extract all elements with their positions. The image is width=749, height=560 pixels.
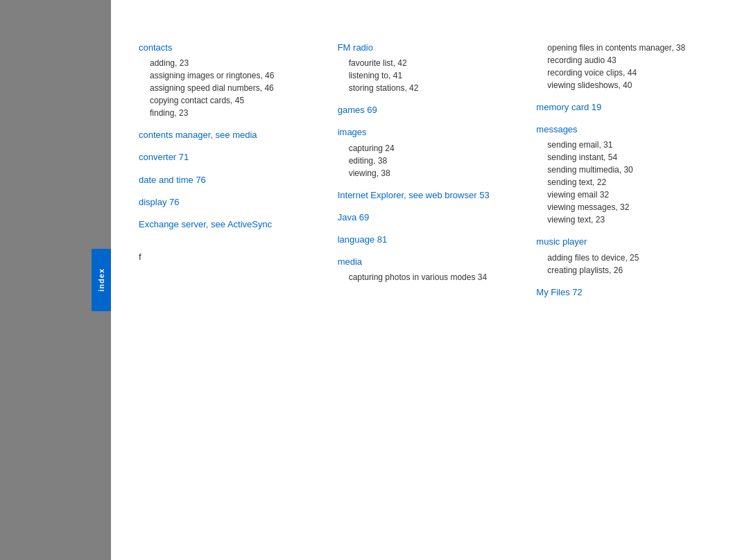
sub-media: capturing photos in various modes 34	[338, 271, 523, 283]
sub-item: capturing photos in various modes 34	[349, 271, 523, 283]
heading-language: language 81	[338, 234, 523, 246]
heading-fm-radio: FM radio	[338, 42, 523, 54]
heading-converter: converter 71	[139, 151, 324, 164]
sub-contacts: adding, 23 assigning images or ringtones…	[139, 57, 324, 119]
sub-item: viewing text, 23	[547, 213, 721, 226]
heading-messages: messages	[536, 123, 721, 136]
sub-item: adding, 23	[150, 57, 324, 69]
sub-item: viewing email 32	[547, 189, 721, 201]
heading-internet-explorer: Internet Explorer, see web browser 53	[338, 189, 523, 202]
sub-item: sending email, 31	[547, 139, 721, 151]
sub-item: finding, 23	[150, 107, 324, 119]
main-content: contacts adding, 23 assigning images or …	[111, 0, 749, 560]
sub-item: editing, 38	[349, 155, 523, 167]
sub-item: opening files in contents manager, 38	[547, 42, 721, 54]
column-1: contacts adding, 23 assigning images or …	[139, 42, 338, 532]
sub-item: recording voice clips, 44	[547, 67, 721, 79]
heading-java: Java 69	[338, 211, 523, 224]
sub-images: capturing 24 editing, 38 viewing, 38	[338, 142, 523, 180]
column-3: opening files in contents manager, 38 re…	[536, 42, 721, 532]
heading-images: images	[338, 126, 523, 139]
heading-contacts: contacts	[139, 42, 324, 54]
heading-music-player: music player	[536, 236, 721, 248]
sub-item: viewing, 38	[349, 167, 523, 180]
sidebar: index	[0, 0, 111, 560]
sub-item: adding files to device, 25	[547, 252, 721, 264]
sub-music-player: adding files to device, 25 creating play…	[536, 252, 721, 277]
heading-contents-manager: contents manager, see media	[139, 129, 324, 141]
sub-item: listening to, 41	[349, 69, 523, 82]
sub-item: creating playlists, 26	[547, 264, 721, 277]
index-tab[interactable]: index	[92, 249, 111, 311]
sidebar-tab-label: index	[97, 268, 105, 292]
sub-media-continued: opening files in contents manager, 38 re…	[536, 42, 721, 91]
heading-my-files: My Files 72	[536, 286, 721, 299]
sub-item: sending multimedia, 30	[547, 164, 721, 176]
heading-memory-card: memory card 19	[536, 101, 721, 114]
sub-messages: sending email, 31 sending instant, 54 se…	[536, 139, 721, 226]
sub-item: copying contact cards, 45	[150, 94, 324, 107]
sub-item: storing stations, 42	[349, 82, 523, 94]
sub-item: viewing slideshows, 40	[547, 79, 721, 91]
sub-item: assigning speed dial numbers, 46	[150, 82, 324, 94]
page-container: index contacts adding, 23 assigning imag…	[0, 0, 749, 560]
column-2: FM radio favourite list, 42 listening to…	[338, 42, 537, 532]
sub-item: assigning images or ringtones, 46	[150, 69, 324, 82]
sub-item: capturing 24	[349, 142, 523, 155]
heading-media: media	[338, 256, 523, 268]
sub-item: viewing messages, 32	[547, 201, 721, 213]
heading-games: games 69	[338, 104, 523, 116]
heading-display: display 76	[139, 196, 324, 209]
sub-item: sending text, 22	[547, 176, 721, 189]
sub-item: sending instant, 54	[547, 151, 721, 164]
footer-col1: f	[139, 252, 324, 262]
sub-fm-radio: favourite list, 42 listening to, 41 stor…	[338, 57, 523, 94]
sub-item: recording audio 43	[547, 54, 721, 67]
heading-date-time: date and time 76	[139, 174, 324, 186]
sub-item: favourite list, 42	[349, 57, 523, 69]
heading-exchange: Exchange server, see ActiveSync	[139, 218, 324, 231]
